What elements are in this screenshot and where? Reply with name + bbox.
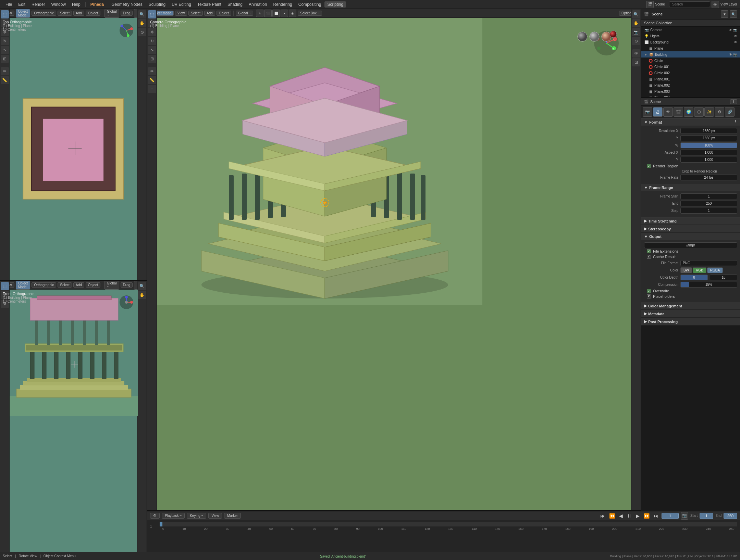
view-layer-icon[interactable]: 👁 [712,1,719,8]
frame-end-value[interactable]: 250 [680,201,737,206]
outliner-item-plane004[interactable]: ▦ Plane.004 [645,94,740,98]
vp-tl-mode-btn[interactable]: Object Mode [16,9,30,18]
props-tab-constraints[interactable]: 🔗 [725,107,735,117]
move-tool-bl-icon[interactable]: ✥ [1,300,9,308]
outliner-item-plane001[interactable]: ▦ Plane.001 [645,76,740,82]
outliner-item-plane002[interactable]: ▦ Plane.002 [645,82,740,88]
shading-render-icon[interactable]: ◉ [289,10,296,17]
select-3d-icon[interactable]: ⬚ [148,10,156,18]
viewport-top-left[interactable]: View Object Mode Orthographic Select Add… [0,9,147,281]
color-bw-btn[interactable]: BW [680,267,692,273]
status-select[interactable]: Select [3,554,12,558]
camera-3d-icon[interactable]: 📷 [632,28,640,36]
menu-edit[interactable]: Edit [15,1,28,8]
xray-3d-icon[interactable]: ⊡ [632,58,640,66]
vp-bl-select-btn[interactable]: Select [58,282,72,288]
scale-3d-icon[interactable]: ⤡ [148,46,156,54]
cache-checkbox[interactable]: ✗ [647,255,651,259]
stereo-header[interactable]: ▶ Stereoscopy [641,225,740,233]
output-path-value[interactable]: //tmp/ [644,242,737,248]
color-depth-16-value[interactable]: 16 [710,275,737,280]
perspective-3d-icon[interactable]: ⊙ [632,37,640,45]
format-options-icon[interactable]: ⋮ [733,120,737,124]
annotate-3d-icon[interactable]: ✏ [148,67,156,75]
compression-value[interactable]: 15% [680,282,737,288]
props-options-btn[interactable]: ⋮ [730,99,737,104]
status-rotate-view[interactable]: Rotate View [18,554,37,558]
play-fwd-btn[interactable]: ▶ [635,513,641,519]
outliner-item-camera[interactable]: 📷 Camera 👁 📷 [641,27,740,33]
image-seq-checkbox[interactable]: ✓ [647,289,651,293]
tl-marker-btn[interactable]: Marker [224,513,241,519]
time-stretch-header[interactable]: ▶ Time Stretching [641,217,740,225]
building-expand-icon[interactable]: ▼ [644,53,648,56]
step-fwd-btn[interactable]: ⏩ [643,513,651,519]
menu-animation[interactable]: Animation [246,1,270,8]
outliner-item-circle001[interactable]: ⭕ Circle.001 [645,64,740,70]
menu-geometry-nodes[interactable]: Geometry Nodes [109,1,145,8]
menu-render[interactable]: Render [29,1,48,8]
color-rgba-btn[interactable]: RGBA [707,267,723,273]
props-tab-phys[interactable]: ⚙ [715,107,724,117]
props-tab-output[interactable]: 🖨 [653,107,663,117]
menu-compositing[interactable]: Compositing [296,1,324,8]
color-mgmt-header[interactable]: ▶ Color Management [641,302,740,310]
menu-texture-paint[interactable]: Texture Paint [195,1,224,8]
lights-vis-icon[interactable]: 👁 [734,34,737,38]
menu-rendering[interactable]: Rendering [270,1,295,8]
color-rgb-btn[interactable]: RGB [693,267,706,273]
view-zoom-icon[interactable]: 🔍 [138,10,146,18]
select-tool-bl-icon[interactable]: ⬚ [1,282,9,290]
view-pan-icon[interactable]: ✋ [138,19,146,27]
measure-tool-icon[interactable]: 📏 [1,76,9,84]
menu-scripting[interactable]: Scripting [324,1,346,8]
building-vis-icon[interactable]: 👁 [729,53,732,56]
outliner-search-icon[interactable]: 🔍 [730,10,737,18]
frame-rate-value[interactable]: 24 fps [680,175,737,180]
props-tab-render[interactable]: 📷 [643,107,652,117]
vp-3d-object-btn[interactable]: Object [217,11,231,16]
bg-vis-icon[interactable]: 👁 [734,40,737,44]
menu-uv-editing[interactable]: UV Editing [169,1,194,8]
menu-window[interactable]: Window [48,1,69,8]
timeline-scrubber[interactable]: 0 10 20 30 40 50 60 70 80 90 100 110 120… [160,522,737,531]
tl-end-frame[interactable]: 250 [724,513,737,519]
file-format-value[interactable]: PNG [680,260,737,266]
pan-bl-icon[interactable]: ✋ [138,291,146,299]
vp-bl-object-btn[interactable]: Object [86,282,100,288]
render-region-checkbox[interactable]: ✓ [647,164,651,168]
scale-tool-icon[interactable]: ⤡ [1,46,9,54]
rotate-tool-icon[interactable]: ↻ [1,37,9,45]
annotate-tool-icon[interactable]: ✏ [1,67,9,75]
outliner-item-circle[interactable]: ⭕ Circle [645,58,740,64]
outliner-item-plane-bg[interactable]: ▦ Plane [645,45,740,51]
vp-bl-ortho-btn[interactable]: Orthographic [32,282,56,288]
vp-bl-add-btn[interactable]: Add [73,282,84,288]
outliner-filter-icon[interactable]: ▼ [721,10,728,18]
res-pct-value[interactable]: 100% [680,142,737,148]
file-ext-checkbox[interactable]: ✓ [647,249,651,253]
frame-step-value[interactable]: 1 [680,208,737,214]
transform-icon[interactable]: ⤡ [256,10,263,17]
play-back-btn[interactable]: ◀ [618,513,624,519]
vp-bl-drag-btn[interactable]: Drag [121,282,133,288]
vp-3d-global-btn[interactable]: Global ~ [236,11,254,16]
vp-tl-add-btn[interactable]: Add [73,11,84,16]
jump-start-btn[interactable]: ⏮ [599,513,606,519]
outliner-item-plane003[interactable]: ▦ Plane.003 [645,88,740,94]
frame-start-value[interactable]: 1 [680,193,737,199]
placeholders-checkbox[interactable]: ✗ [647,294,651,298]
cursor-tool-icon[interactable]: ✛ [1,19,9,27]
shading-wire-icon[interactable]: ⬜ [272,10,280,17]
vp-bl-global-btn[interactable]: Global ~ [104,281,119,290]
res-x-value[interactable]: 1850 px [680,128,737,134]
menu-file[interactable]: File [3,1,15,8]
cursor-tool-bl-icon[interactable]: ✛ [1,291,9,299]
cursor-3d-icon[interactable]: ✛ [148,19,156,27]
menu-shading[interactable]: Shading [225,1,245,8]
zoom-3d-icon[interactable]: 🔍 [632,10,640,18]
vp-tl-orientation-btn[interactable]: Orthographic [32,11,56,16]
vp-3d-add-btn[interactable]: Add [204,11,215,16]
format-section-header[interactable]: ▼ Format ⋮ [641,118,740,126]
current-frame-input[interactable]: 1 [662,513,679,519]
